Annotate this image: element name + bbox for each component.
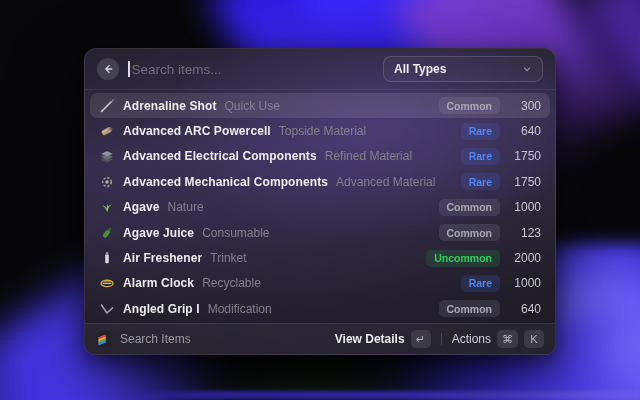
view-details-button[interactable]: View Details ↵ [335,330,431,348]
app-label: Search Items [120,332,191,346]
item-value: 1000 [508,200,541,214]
item-value: 1750 [508,149,541,163]
item-name: Advanced Electrical Components [123,149,317,163]
item-category: Topside Material [279,124,366,138]
arrow-left-icon [102,63,114,75]
alarm-clock-icon [99,275,115,291]
item-row[interactable]: Advanced Mechanical Components Advanced … [90,169,550,194]
item-value: 300 [508,99,541,113]
item-row[interactable]: Adrenaline Shot Quick Use Common 300 [90,93,550,118]
search-header: Search items... All Types [85,49,555,90]
search-placeholder: Search items... [132,62,222,77]
electrical-components-icon [99,148,115,164]
item-category: Advanced Material [336,175,435,189]
app-logo-icon [96,331,112,347]
item-category: Modification [208,302,272,316]
item-name: Adrenaline Shot [123,99,217,113]
item-name: Agave [123,200,160,214]
item-name: Agave Juice [123,226,194,240]
item-row[interactable]: Agave Nature Common 1000 [90,195,550,220]
item-row[interactable]: Agave Juice Consumable Common 123 [90,220,550,245]
background-bottom-light-line [70,391,640,399]
chevron-down-icon [522,64,532,74]
arc-powercell-icon [99,123,115,139]
actions-label: Actions [452,332,491,346]
item-name: Advanced ARC Powercell [123,124,271,138]
view-details-label: View Details [335,332,405,346]
type-filter-value: All Types [394,62,446,76]
item-category: Recyclable [202,276,261,290]
footer-actions: View Details ↵ Actions ⌘ K [335,330,544,348]
text-cursor [128,61,130,77]
item-value: 640 [508,302,541,316]
item-value: 1750 [508,175,541,189]
air-freshener-icon [99,250,115,266]
rarity-badge: Uncommon [426,250,500,267]
item-row[interactable]: Angled Grip I Modification Common 640 [90,296,550,321]
item-name: Air Freshener [123,251,202,265]
item-category: Quick Use [225,99,280,113]
item-row[interactable]: Advanced ARC Powercell Topside Material … [90,118,550,143]
rarity-badge: Common [439,199,501,216]
item-category: Nature [168,200,204,214]
item-list: Adrenaline Shot Quick Use Common 300 Adv… [85,90,555,325]
rarity-badge: Common [439,300,501,317]
rarity-badge: Common [439,224,501,241]
item-value: 123 [508,226,541,240]
item-category: Refined Material [325,149,412,163]
item-value: 640 [508,124,541,138]
item-name: Alarm Clock [123,276,194,290]
adrenaline-shot-icon [99,98,115,114]
item-name: Angled Grip I [123,302,200,316]
item-value: 1000 [508,276,541,290]
agave-icon [99,199,115,215]
k-key-icon: K [524,330,544,348]
item-row[interactable]: Advanced Electrical Components Refined M… [90,144,550,169]
enter-key-icon: ↵ [411,330,431,348]
angled-grip-icon [99,301,115,317]
mechanical-components-icon [99,174,115,190]
item-value: 2000 [508,251,541,265]
rarity-badge: Rare [461,148,500,165]
type-filter-dropdown[interactable]: All Types [383,56,543,82]
item-category: Trinket [210,251,246,265]
item-name: Advanced Mechanical Components [123,175,328,189]
search-input[interactable]: Search items... [128,61,374,77]
rarity-badge: Rare [461,173,500,190]
actions-button[interactable]: Actions ⌘ K [452,330,544,348]
back-button[interactable] [97,58,119,80]
item-row[interactable]: Alarm Clock Recyclable Rare 1000 [90,271,550,296]
item-search-palette: Search items... All Types Adrenaline Sho… [84,48,556,355]
item-category: Consumable [202,226,269,240]
rarity-badge: Rare [461,123,500,140]
footer-divider [441,333,442,345]
command-key-icon: ⌘ [497,330,518,348]
palette-footer: Search Items View Details ↵ Actions ⌘ K [85,323,555,354]
item-row[interactable]: Air Freshener Trinket Uncommon 2000 [90,245,550,270]
agave-juice-icon [99,225,115,241]
rarity-badge: Rare [461,275,500,292]
rarity-badge: Common [439,97,501,114]
